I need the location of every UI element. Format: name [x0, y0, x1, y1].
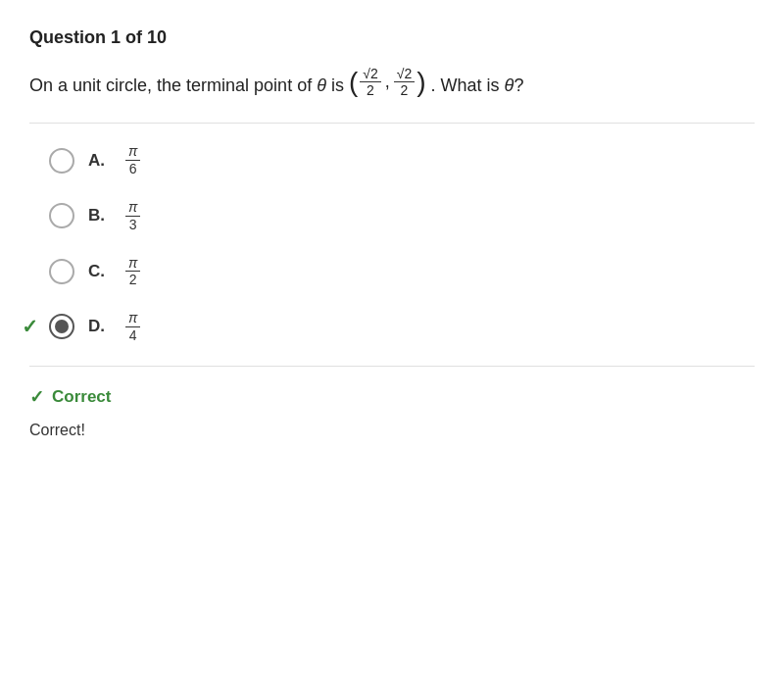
correct-message: Correct!: [29, 422, 755, 439]
bottom-divider: [29, 366, 755, 367]
option-a-value: π 6: [125, 143, 140, 177]
question-text-after: . What is θ?: [431, 75, 524, 95]
correct-checkmark-inline: ✓: [22, 315, 38, 338]
option-d-value: π 4: [125, 310, 140, 344]
option-c-value: π 2: [125, 255, 140, 289]
radio-d-inner: [55, 320, 69, 333]
option-d[interactable]: ✓ D. π 4: [49, 310, 755, 344]
correct-check-icon: ✓: [29, 386, 44, 408]
option-a-label: A.: [88, 151, 112, 171]
point-display: ( √2 2 , √2 2 ): [349, 66, 426, 98]
option-c[interactable]: C. π 2: [49, 255, 755, 289]
option-b-value: π 3: [125, 199, 140, 233]
radio-a[interactable]: [49, 148, 74, 174]
option-b-label: B.: [88, 206, 112, 225]
top-divider: [29, 123, 755, 124]
radio-b[interactable]: [49, 203, 74, 228]
question-number: Question 1 of 10: [29, 27, 167, 47]
radio-c[interactable]: [49, 259, 74, 284]
correct-label: Correct: [52, 387, 111, 407]
option-a[interactable]: A. π 6: [49, 143, 755, 177]
question-text-before: On a unit circle, the terminal point of …: [29, 75, 349, 95]
option-d-label: D.: [88, 317, 112, 336]
correct-section: ✓ Correct: [29, 386, 755, 408]
question-text: On a unit circle, the terminal point of …: [29, 66, 755, 99]
option-b[interactable]: B. π 3: [49, 199, 755, 233]
options-list: A. π 6 B. π 3 C. π 2 ✓ D. π 4: [49, 143, 755, 343]
question-header: Question 1 of 10: [29, 27, 755, 48]
radio-d[interactable]: [49, 314, 74, 339]
option-c-label: C.: [88, 262, 112, 281]
